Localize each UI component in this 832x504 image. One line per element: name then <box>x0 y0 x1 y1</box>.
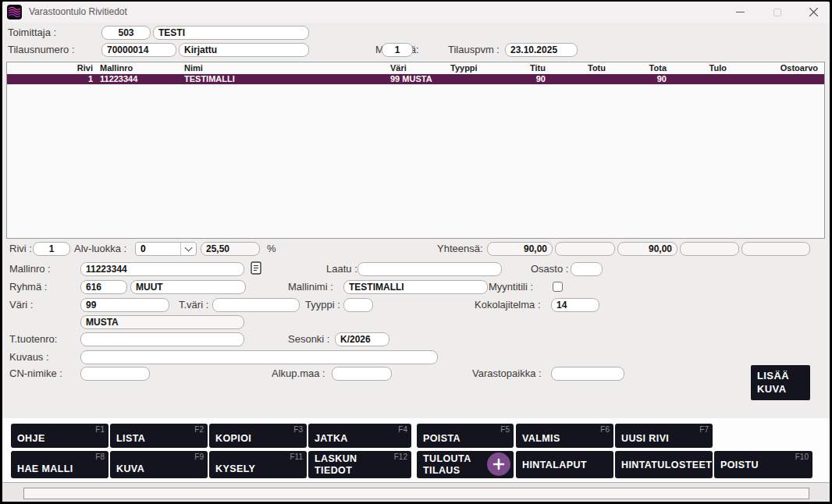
order-number-label: Tilausnumero : <box>8 43 75 57</box>
fbutton-tulouta-tilaus[interactable]: TULOUTA TILAUS <box>417 451 514 478</box>
row-label: Rivi : <box>9 242 32 256</box>
fbutton-kopioi[interactable]: KOPIOIF3 <box>209 424 307 448</box>
supplier-name-field[interactable] <box>153 26 309 40</box>
type-field[interactable] <box>343 298 373 312</box>
fbutton-valmis[interactable]: VALMISF6 <box>516 424 613 448</box>
totals-label: Yhteensä: <box>437 242 483 256</box>
cell-tulo <box>668 74 728 84</box>
supplier-code-field[interactable] <box>101 26 151 40</box>
total-field-2 <box>555 242 615 256</box>
col-rivi: Rivi <box>7 62 94 74</box>
group-name-field[interactable] <box>130 280 246 294</box>
color-code-field[interactable] <box>80 298 169 312</box>
status-bar <box>2 482 830 502</box>
col-totu: Totu <box>547 62 607 74</box>
quality-label: Laatu : <box>326 262 357 276</box>
table-header-row: Rivi Mallinro Nimi Väri Tyyppi Titu Totu… <box>7 62 824 74</box>
fbutton-hintalaput[interactable]: HINTALAPUT <box>516 451 613 478</box>
cell-ostoarvo <box>728 74 820 84</box>
supplier-color-label: T.väri : <box>179 298 208 312</box>
fbutton-poistu[interactable]: POISTUF10 <box>714 451 812 478</box>
origin-country-label: Alkup.maa : <box>272 367 325 381</box>
color-label: Väri : <box>9 298 33 312</box>
minimize-button[interactable] <box>724 2 756 23</box>
store-field[interactable] <box>382 43 413 57</box>
cell-nimi: TESTIMALLI <box>179 74 385 84</box>
type-label: Tyyppi : <box>305 298 340 312</box>
group-code-field[interactable] <box>80 280 127 294</box>
supplier-product-label: T.tuotenro: <box>9 332 57 346</box>
col-nimi: Nimi <box>179 62 385 74</box>
app-window: Varastoontulo Rivitiedot Toimittaja : Ti… <box>0 0 832 504</box>
total-field-4 <box>680 242 739 256</box>
supplier-label: Toimittaja : <box>8 26 56 40</box>
plus-icon <box>487 453 510 476</box>
cn-code-field[interactable] <box>80 367 150 381</box>
fbutton-laskun-tiedot[interactable]: LASKUN TIEDOTF12 <box>308 451 411 478</box>
color-name-field <box>80 315 244 329</box>
season-label: Sesonki : <box>288 332 329 346</box>
total-field-5 <box>741 242 810 256</box>
fbutton-poista[interactable]: POISTAF5 <box>417 424 514 448</box>
form-area: Toimittaja : Tilausnumero : Myymälä: Til… <box>2 23 830 482</box>
fbutton-hae-malli[interactable]: HAE MALLIF8 <box>11 451 108 478</box>
model-number-field[interactable] <box>80 262 244 276</box>
vat-class-label: Alv-luokka : <box>74 242 126 256</box>
fbutton-lista[interactable]: LISTAF2 <box>110 424 208 448</box>
col-tyyppi: Tyyppi <box>445 62 506 74</box>
origin-country-field[interactable] <box>332 367 392 381</box>
vat-percent-field[interactable] <box>201 242 260 256</box>
model-number-label: Mallinro : <box>9 262 51 276</box>
maximize-button <box>762 2 793 23</box>
row-number-field[interactable] <box>33 242 70 256</box>
note-document-icon[interactable] <box>251 261 261 279</box>
fbutton-hintatulosteet[interactable]: HINTATULOSTEET <box>615 451 713 478</box>
col-ostoarvo: Ostoarvo <box>728 62 820 74</box>
fbutton-kysely[interactable]: KYSELYF11 <box>209 451 307 478</box>
group-label: Ryhmä : <box>9 280 47 294</box>
chevron-down-icon <box>180 243 196 255</box>
col-tota: Tota <box>607 62 668 74</box>
status-message-field <box>23 488 809 499</box>
col-titu: Titu <box>506 62 547 74</box>
vat-class-select[interactable]: 0 <box>135 242 197 256</box>
size-assortment-label: Kokolajitelma : <box>475 298 541 312</box>
fbutton-uusi-rivi[interactable]: UUSI RIVIF7 <box>615 424 713 448</box>
app-logo-icon <box>7 5 22 20</box>
department-label: Osasto : <box>531 262 568 276</box>
fbutton-kuva[interactable]: KUVAF9 <box>110 451 208 478</box>
description-field[interactable] <box>80 350 438 364</box>
supplier-color-field[interactable] <box>212 298 300 312</box>
description-label: Kuvaus : <box>9 350 49 364</box>
fbutton-ohje[interactable]: OHJEF1 <box>11 424 108 448</box>
order-status-field[interactable] <box>179 43 309 57</box>
department-field[interactable] <box>571 262 603 276</box>
order-date-label: Tilauspvm : <box>448 43 500 57</box>
size-assortment-field[interactable] <box>551 298 599 312</box>
total-field-3 <box>617 242 677 256</box>
cell-vari: 99 MUSTA <box>385 74 445 84</box>
title-bar: Varastoontulo Rivitiedot <box>2 2 830 23</box>
storage-location-label: Varastopaikka : <box>472 367 542 381</box>
col-mallinro: Mallinro <box>94 62 179 74</box>
supplier-product-field[interactable] <box>80 332 244 346</box>
model-name-field[interactable] <box>343 280 488 294</box>
vat-class-value: 0 <box>136 243 180 255</box>
sales-account-checkbox[interactable] <box>553 282 563 292</box>
fbutton-jatka[interactable]: JATKAF4 <box>308 424 411 448</box>
storage-location-field[interactable] <box>551 367 624 381</box>
order-number-field[interactable] <box>101 43 176 57</box>
season-field[interactable] <box>335 332 389 346</box>
add-image-button[interactable]: LISÄÄ KUVA <box>751 365 810 400</box>
col-tulo: Tulo <box>668 62 728 74</box>
cell-tyyppi <box>445 74 506 84</box>
close-icon[interactable] <box>798 2 829 23</box>
cn-code-label: CN-nimike : <box>9 367 62 381</box>
cell-mallinro: 11223344 <box>94 74 179 84</box>
table-row[interactable]: 1 11223344 TESTIMALLI 99 MUSTA 90 90 <box>7 74 824 84</box>
sales-account-label: Myyntitili : <box>489 280 533 294</box>
col-vari: Väri <box>385 62 445 74</box>
quality-field[interactable] <box>357 262 502 276</box>
percent-sign: % <box>267 242 276 256</box>
order-date-field[interactable] <box>505 43 578 57</box>
